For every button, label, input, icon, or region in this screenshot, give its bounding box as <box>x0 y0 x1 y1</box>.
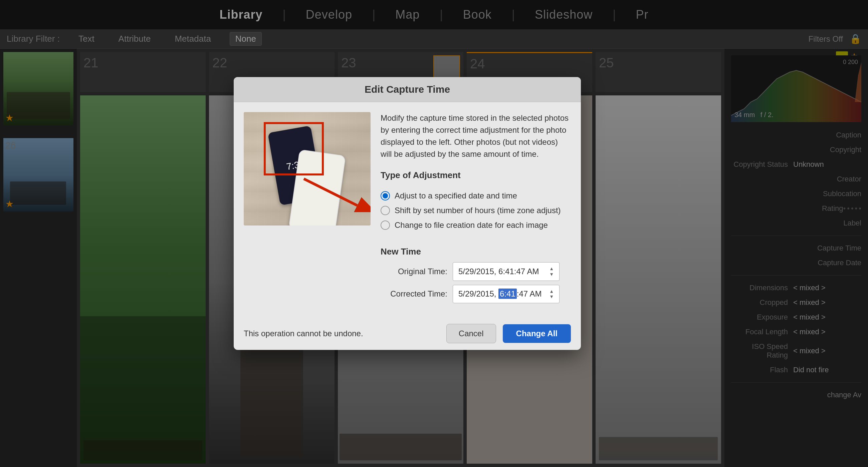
original-time-label: Original Time: <box>380 267 447 276</box>
type-of-adjustment-title: Type of Adjustment <box>380 170 571 180</box>
original-time-value: 5/29/2015, 6:41:47 AM <box>458 267 548 276</box>
dialog-description: Modify the capture time stored in the se… <box>380 112 571 160</box>
cancel-button[interactable]: Cancel <box>446 324 496 343</box>
radio-label-1: Adjust to a specified date and time <box>395 191 517 200</box>
corrected-time-suffix: :47 AM <box>517 289 542 298</box>
change-all-button[interactable]: Change All <box>503 324 571 343</box>
dialog-options-section: Modify the capture time stored in the se… <box>380 112 571 307</box>
edit-capture-time-dialog: Edit Capture Time 7:38 <box>234 77 581 350</box>
original-time-row: Original Time: 5/29/2015, 6:41:47 AM ▲ ▼ <box>380 262 571 281</box>
radio-label-3: Change to file creation date for each im… <box>395 221 548 230</box>
dialog-title: Edit Capture Time <box>234 77 581 102</box>
dialog-photo-section: 7:38 <box>244 112 371 307</box>
new-time-section: New Time Original Time: 5/29/2015, 6:41:… <box>380 246 571 307</box>
dialog-overlay: Edit Capture Time 7:38 <box>0 0 868 467</box>
radio-circle-1 <box>380 191 390 200</box>
red-arrow-svg <box>297 172 371 212</box>
radio-shift-hours[interactable]: Shift by set number of hours (time zone … <box>380 206 571 215</box>
stepper-up[interactable]: ▲ <box>549 266 554 271</box>
new-time-title: New Time <box>380 246 571 257</box>
corrected-time-prefix: 5/29/2015, <box>458 289 498 298</box>
stepper-down[interactable]: ▼ <box>549 271 554 277</box>
corrected-stepper-down[interactable]: ▼ <box>549 294 554 300</box>
dialog-footer: This operation cannot be undone. Cancel … <box>234 317 581 350</box>
radio-group: Adjust to a specified date and time Shif… <box>380 191 571 230</box>
original-time-stepper[interactable]: ▲ ▼ <box>549 266 554 277</box>
radio-inner-1 <box>382 193 388 198</box>
svg-line-1 <box>304 179 357 205</box>
radio-circle-3 <box>380 221 390 230</box>
original-time-input[interactable]: 5/29/2015, 6:41:47 AM ▲ ▼ <box>453 262 560 281</box>
dialog-body: 7:38 <box>234 102 581 317</box>
corrected-time-stepper[interactable]: ▲ ▼ <box>549 289 554 300</box>
corrected-time-row: Corrected Time: 5/29/2015, 6:41:47 AM ▲ … <box>380 285 571 304</box>
corrected-stepper-up[interactable]: ▲ <box>549 289 554 294</box>
red-selection-box <box>264 122 324 175</box>
undone-text: This operation cannot be undone. <box>244 329 440 338</box>
corrected-time-input[interactable]: 5/29/2015, 6:41:47 AM ▲ ▼ <box>453 285 560 304</box>
corrected-time-highlight[interactable]: 6:41 <box>498 289 517 299</box>
radio-circle-2 <box>380 206 390 215</box>
radio-file-creation[interactable]: Change to file creation date for each im… <box>380 221 571 230</box>
corrected-time-label: Corrected Time: <box>380 289 447 299</box>
corrected-time-value: 5/29/2015, 6:41:47 AM <box>458 289 548 299</box>
radio-adjust-specified[interactable]: Adjust to a specified date and time <box>380 191 571 200</box>
dialog-photo-preview: 7:38 <box>244 112 371 226</box>
radio-label-2: Shift by set number of hours (time zone … <box>395 206 561 215</box>
